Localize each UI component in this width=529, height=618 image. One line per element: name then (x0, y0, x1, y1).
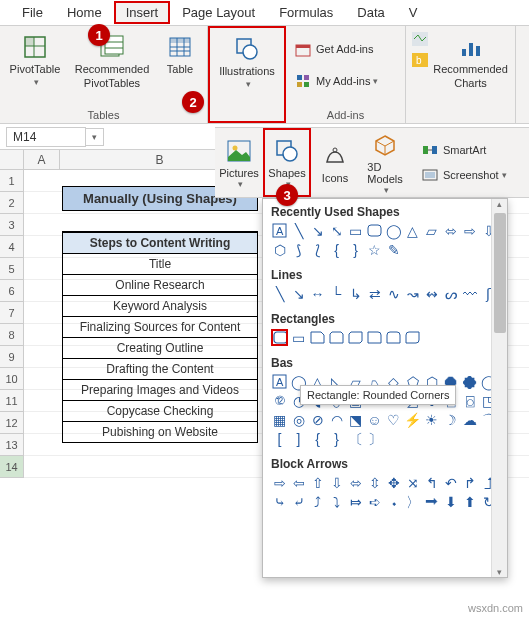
row-header[interactable]: 1 (0, 170, 24, 192)
tab-data[interactable]: Data (345, 1, 396, 24)
shape-elbow-arrow[interactable]: ↳ (347, 285, 364, 302)
shape-arrow-lur[interactable]: ↱ (461, 474, 478, 491)
shape-snip-diag[interactable] (347, 329, 364, 346)
shape-round2[interactable] (385, 329, 402, 346)
shape-arrow-lru[interactable]: ⤨ (404, 474, 421, 491)
shape-arrow-u[interactable]: ⇧ (309, 474, 326, 491)
smartart-button[interactable]: SmartArt (417, 139, 529, 161)
tab-formulas[interactable]: Formulas (267, 1, 345, 24)
shape-brace-r[interactable]: } (328, 430, 345, 447)
scrollbar[interactable]: ▴ ▾ (491, 199, 507, 577)
row-header[interactable]: 8 (0, 324, 24, 346)
shape-freeform[interactable]: ᔕ (442, 285, 459, 302)
shape-line-arrow[interactable]: ↘ (309, 222, 326, 239)
shape-12[interactable]: ⑫ (271, 392, 288, 409)
shape-dbl-bracket[interactable]: 〔 (347, 430, 364, 447)
shape-hex[interactable]: ⬡ (271, 241, 288, 258)
bing-icon[interactable]: b (412, 53, 428, 70)
table-cell[interactable]: Finalizing Sources for Content (62, 317, 258, 338)
shape-freeform[interactable]: ✎ (385, 241, 402, 258)
illustrations-button[interactable]: Illustrations ▾ (214, 30, 280, 90)
3d-models-button[interactable]: 3D Models ▾ (359, 128, 411, 197)
shape-roundrect[interactable] (366, 222, 383, 239)
shape-connector[interactable]: ⤡ (328, 222, 345, 239)
tab-home[interactable]: Home (55, 1, 114, 24)
col-header-a[interactable]: A (24, 150, 60, 169)
table-cell[interactable]: Creating Outline (62, 338, 258, 359)
shape-line-arrow[interactable]: ↘ (290, 285, 307, 302)
shape-sun[interactable]: ☀ (423, 411, 440, 428)
shape-elbow[interactable]: └ (328, 285, 345, 302)
pictures-button[interactable]: Pictures ▾ (215, 128, 263, 197)
table-cell[interactable]: Preparing Images and Videos (62, 380, 258, 401)
shape-fold[interactable]: ⬔ (347, 411, 364, 428)
shape-curve-arrow[interactable]: ↝ (404, 285, 421, 302)
select-all-corner[interactable] (0, 150, 24, 169)
name-box-dropdown[interactable]: ▾ (86, 128, 104, 146)
my-addins-button[interactable]: My Add-ins ▾ (290, 70, 382, 92)
shape-brace-l[interactable]: { (328, 241, 345, 258)
row-header[interactable]: 9 (0, 346, 24, 368)
shape-oct[interactable]: ⯄ (461, 373, 478, 390)
shape-triangle[interactable]: △ (404, 222, 421, 239)
shape-dbl-brace[interactable]: 〕 (366, 430, 383, 447)
table-cell[interactable]: Online Research (62, 275, 258, 296)
name-box[interactable]: M14 (6, 127, 86, 147)
shape-scribble[interactable]: 〰 (461, 285, 478, 302)
shape-arrow-ud[interactable]: ⇳ (366, 474, 383, 491)
table-cell[interactable]: Copycase Checking (62, 401, 258, 422)
row-header[interactable]: 11 (0, 390, 24, 412)
row-header[interactable]: 13 (0, 434, 24, 456)
shape-nosign[interactable]: ⊘ (309, 411, 326, 428)
tab-more[interactable]: V (397, 1, 430, 24)
shape-cloud[interactable]: ☁ (461, 411, 478, 428)
shape-line-double[interactable]: ↔ (309, 285, 326, 302)
shape-round-diag[interactable] (404, 329, 421, 346)
shape-brace-l[interactable]: { (309, 430, 326, 447)
pivottable-button[interactable]: PivotTable ▾ (4, 28, 66, 88)
shape-smile[interactable]: ☺ (366, 411, 383, 428)
row-header[interactable]: 7 (0, 302, 24, 324)
table-cell[interactable]: Pubishing on Website (62, 422, 258, 443)
shape-arrow-l[interactable]: ⇦ (290, 474, 307, 491)
shape-bracket-r[interactable]: ] (290, 430, 307, 447)
shape-rect[interactable]: ▭ (290, 329, 307, 346)
shape-flowrect[interactable]: ▱ (423, 222, 440, 239)
shape-arrow-quad[interactable]: ✥ (385, 474, 402, 491)
row-header[interactable]: 14 (0, 456, 24, 478)
row-header[interactable]: 10 (0, 368, 24, 390)
shape-snip2[interactable] (328, 329, 345, 346)
row-header[interactable]: 5 (0, 258, 24, 280)
shape-arrow-d[interactable]: ⇩ (328, 474, 345, 491)
shape-arrow-curv-l[interactable]: ⤶ (290, 493, 307, 510)
shape-bevel[interactable]: ▦ (271, 411, 288, 428)
shape-arrow-lr[interactable]: ⬄ (347, 474, 364, 491)
recommended-pivottables-button[interactable]: Recommended PivotTables (66, 28, 158, 91)
row-header[interactable]: 6 (0, 280, 24, 302)
shape-textbox[interactable]: A (271, 373, 288, 390)
shape-arrow-callu[interactable]: ⬆ (461, 493, 478, 510)
shape-oval[interactable]: ◯ (385, 222, 402, 239)
shape-lightning[interactable]: ⚡ (404, 411, 421, 428)
shape-curve1[interactable]: ⟆ (290, 241, 307, 258)
shape-arrow-striped[interactable]: ⤇ (347, 493, 364, 510)
shape-elbow-double[interactable]: ⇄ (366, 285, 383, 302)
screenshot-button[interactable]: Screenshot ▾ (417, 164, 529, 186)
shape-donut[interactable]: ◎ (290, 411, 307, 428)
shape-bracket-l[interactable]: [ (271, 430, 288, 447)
get-addins-button[interactable]: Get Add-ins (290, 38, 377, 60)
row-header[interactable]: 3 (0, 214, 24, 236)
table-cell[interactable]: Drafting the Content (62, 359, 258, 380)
shape-arrow-bent[interactable]: ↰ (423, 474, 440, 491)
shape-arrow-notch[interactable]: ➪ (366, 493, 383, 510)
shape-rounded-rectangle[interactable] (271, 329, 288, 346)
shape-arrow-r[interactable]: ⇨ (271, 474, 288, 491)
table-cell[interactable]: Title (62, 254, 258, 275)
shape-snip1[interactable] (309, 329, 326, 346)
shape-brace-r[interactable]: } (347, 241, 364, 258)
shape-line[interactable]: ╲ (290, 222, 307, 239)
shape-arrow-chevron[interactable]: 〉 (404, 493, 421, 510)
tab-pagelayout[interactable]: Page Layout (170, 1, 267, 24)
shape-arrow-r[interactable]: ⇨ (461, 222, 478, 239)
shape-arrow-lr[interactable]: ⬄ (442, 222, 459, 239)
